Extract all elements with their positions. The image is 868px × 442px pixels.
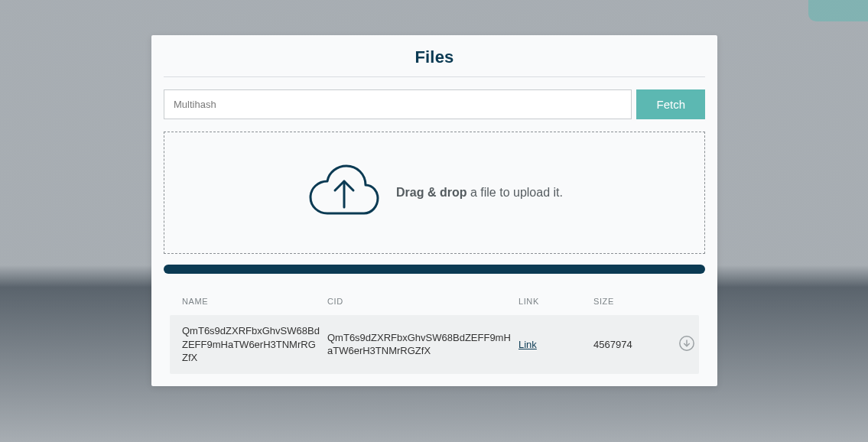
files-dialog: Files Fetch Drag & drop a file to upload… bbox=[151, 35, 717, 386]
files-table: NAME CID LINK SIZE QmT6s9dZXRFbxGhvSW68B… bbox=[164, 288, 705, 374]
dropzone-text: Drag & drop a file to upload it. bbox=[396, 186, 563, 200]
cell-name: QmT6s9dZXRFbxGhvSW68BdZEFF9mHaTW6erH3TNM… bbox=[182, 324, 327, 365]
progress-bar bbox=[164, 265, 705, 274]
col-header-cid: CID bbox=[327, 297, 519, 306]
page-title: Files bbox=[164, 47, 705, 77]
table-header-row: NAME CID LINK SIZE bbox=[170, 288, 699, 315]
col-header-size: SIZE bbox=[593, 297, 668, 306]
table-row: QmT6s9dZXRFbxGhvSW68BdZEFF9mHaTW6erH3TNM… bbox=[170, 315, 699, 374]
cell-cid: QmT6s9dZXRFbxGhvSW68BdZEFF9mHaTW6erH3TNM… bbox=[327, 331, 519, 358]
fetch-button[interactable]: Fetch bbox=[636, 89, 705, 119]
file-link[interactable]: Link bbox=[519, 339, 537, 350]
dropzone-rest: a file to upload it. bbox=[467, 186, 563, 199]
cloud-upload-icon bbox=[306, 161, 382, 224]
download-icon[interactable] bbox=[678, 335, 695, 354]
col-header-link: LINK bbox=[519, 297, 593, 306]
cell-size: 4567974 bbox=[593, 339, 668, 350]
multihash-input[interactable] bbox=[164, 89, 632, 119]
fetch-row: Fetch bbox=[164, 89, 705, 119]
cell-download bbox=[668, 335, 705, 354]
cell-link: Link bbox=[519, 339, 593, 350]
background-accent bbox=[808, 0, 868, 21]
col-header-name: NAME bbox=[182, 297, 327, 306]
dropzone[interactable]: Drag & drop a file to upload it. bbox=[164, 132, 705, 254]
dropzone-bold: Drag & drop bbox=[396, 186, 467, 199]
